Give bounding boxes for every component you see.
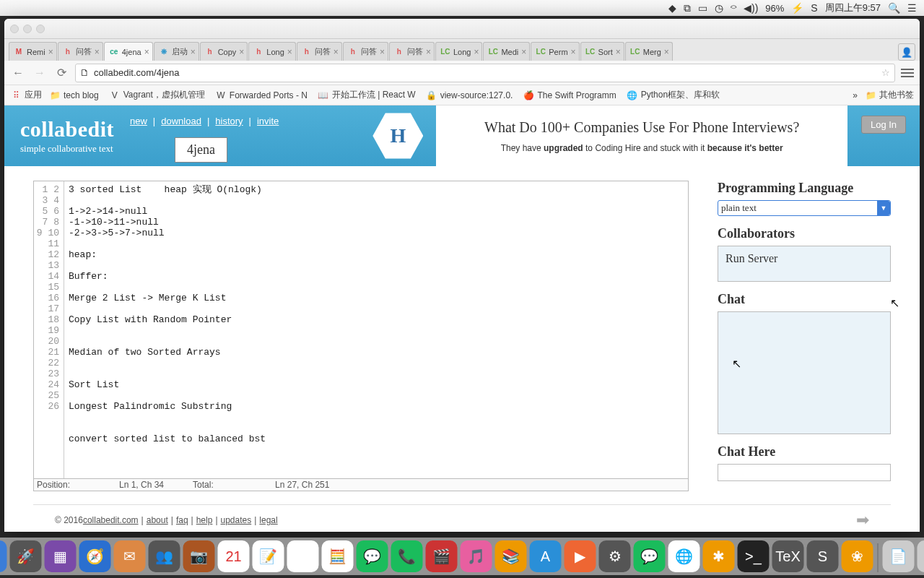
browser-tab[interactable]: hCopy× — [200, 42, 248, 61]
dock-app[interactable]: 💬 — [634, 540, 666, 572]
dock-app[interactable]: >_ — [738, 540, 770, 572]
dock-app[interactable]: 🚀 — [10, 540, 42, 572]
browser-tab[interactable]: h问答× — [58, 42, 103, 61]
other-bookmarks[interactable]: 📁其他书签 — [865, 89, 914, 101]
tab-close-icon[interactable]: × — [48, 47, 53, 57]
tab-close-icon[interactable]: × — [95, 47, 100, 57]
maximize-icon[interactable] — [36, 25, 45, 33]
bookmark-item[interactable]: 📖开始工作流 | React W — [318, 89, 416, 101]
tab-close-icon[interactable]: × — [664, 47, 669, 57]
chat-input-heading: Chat Here — [718, 444, 891, 460]
browser-tab[interactable]: ce4jena× — [104, 42, 153, 61]
browser-tab[interactable]: LCMedi× — [483, 42, 530, 61]
ad-banner[interactable]: What Do 100+ Companies Use For Phone Int… — [436, 105, 847, 166]
browser-tab[interactable]: h问答× — [343, 42, 388, 61]
dock-app[interactable]: ▦ — [45, 540, 77, 572]
traffic-lights[interactable] — [10, 25, 45, 33]
dock-app[interactable]: 🗑 — [918, 540, 925, 572]
menu-icon[interactable]: ☰ — [907, 2, 917, 14]
profile-avatar[interactable]: 👤 — [898, 43, 915, 61]
tab-close-icon[interactable]: × — [191, 47, 196, 57]
spotlight-icon[interactable]: 🔍 — [888, 2, 900, 14]
bookmark-item[interactable]: 🍎The Swift Programm — [523, 89, 616, 101]
bookmark-star-icon[interactable]: ☆ — [881, 67, 890, 78]
browser-tab[interactable]: LCPerm× — [531, 42, 579, 61]
sidebar: Programming Language plain text Collabor… — [718, 181, 891, 491]
tab-close-icon[interactable]: × — [239, 47, 244, 57]
tab-close-icon[interactable]: × — [334, 47, 339, 57]
footer-link-help[interactable]: help — [196, 515, 213, 525]
dock-app[interactable]: 🎵 — [461, 540, 492, 572]
minimize-icon[interactable] — [23, 25, 32, 33]
tab-close-icon[interactable]: × — [426, 47, 431, 57]
browser-tab[interactable]: LCMerg× — [625, 42, 673, 61]
dock-app[interactable]: 📷 — [183, 540, 215, 572]
nav-invite[interactable]: invite — [257, 116, 279, 126]
dock-app[interactable]: TeX — [772, 540, 804, 572]
dock-app[interactable]: 🗒 — [287, 540, 319, 572]
omnibox[interactable]: 🗋 collabedit.com/4jena ☆ — [75, 64, 895, 82]
nav-download[interactable]: download — [161, 116, 201, 126]
dock-app[interactable]: 📝 — [253, 540, 284, 572]
tab-close-icon[interactable]: × — [616, 47, 621, 57]
dock-app[interactable]: ▶ — [565, 540, 596, 572]
dock-app[interactable]: ❀ — [842, 540, 873, 572]
nav-new[interactable]: new — [130, 116, 147, 126]
dock-app[interactable]: 📚 — [495, 540, 527, 572]
dock-app[interactable]: 👥 — [149, 540, 180, 572]
apps-button[interactable]: ⠿应用 — [10, 89, 42, 101]
dock-app[interactable]: ☺ — [0, 540, 7, 572]
language-select[interactable]: plain text — [718, 200, 891, 216]
dock-app[interactable]: 🌐 — [668, 540, 700, 572]
browser-tab[interactable]: ❋启动× — [154, 42, 199, 61]
footer-link-about[interactable]: about — [147, 515, 168, 525]
browser-tab[interactable]: LCSort× — [580, 42, 624, 61]
dock-app[interactable]: ⚙ — [599, 540, 631, 572]
dock-app[interactable]: ✉ — [114, 540, 146, 572]
dock-app[interactable]: 🧭 — [79, 540, 111, 572]
tab-title: Merg — [643, 48, 661, 56]
tab-close-icon[interactable]: × — [571, 47, 576, 57]
tab-close-icon[interactable]: × — [521, 47, 526, 57]
tab-close-icon[interactable]: × — [144, 47, 149, 57]
browser-tab[interactable]: hLong× — [248, 42, 296, 61]
dock-app[interactable]: A — [530, 540, 562, 572]
dock-app[interactable]: 📞 — [391, 540, 423, 572]
browser-tab[interactable]: MRemi× — [9, 42, 57, 61]
browser-tab[interactable]: h问答× — [389, 42, 435, 61]
line-gutter: 1 2 3 4 5 6 7 8 9 10 11 12 13 14 15 16 1… — [34, 181, 64, 478]
browser-tab[interactable]: h问答× — [297, 42, 342, 61]
dock-app[interactable]: 🎬 — [426, 540, 458, 572]
dock-app[interactable]: 💬 — [357, 540, 388, 572]
dock-app[interactable]: S — [807, 540, 839, 572]
bookmark-item[interactable]: VVagrant，虚拟机管理 — [109, 89, 205, 101]
dock-app[interactable]: 21 — [218, 540, 250, 572]
dock-app[interactable]: 📄 — [883, 540, 915, 572]
chat-input[interactable] — [718, 464, 891, 481]
chrome-menu-icon[interactable] — [901, 69, 914, 77]
bookmark-item[interactable]: 🔒view-source:127.0. — [426, 89, 513, 101]
back-button[interactable]: ← — [10, 66, 26, 79]
dock-app[interactable]: ✱ — [703, 540, 735, 572]
code-area[interactable]: 3 sorted List heap 实现 O(nlogk) 1->2->14-… — [64, 181, 688, 478]
nav-history[interactable]: history — [215, 116, 243, 126]
close-icon[interactable] — [10, 25, 19, 33]
tab-close-icon[interactable]: × — [380, 47, 385, 57]
dock-app[interactable]: 🧮 — [322, 540, 354, 572]
tab-close-icon[interactable]: × — [287, 47, 292, 57]
code-editor[interactable]: 1 2 3 4 5 6 7 8 9 10 11 12 13 14 15 16 1… — [33, 181, 689, 491]
tab-close-icon[interactable]: × — [474, 47, 479, 57]
footer-link-legal[interactable]: legal — [259, 515, 277, 525]
reload-button[interactable]: ⟳ — [53, 66, 69, 79]
login-button[interactable]: Log In — [861, 116, 906, 134]
bookmark-overflow[interactable]: » — [853, 90, 858, 100]
footer-link-faq[interactable]: faq — [176, 515, 188, 525]
browser-tab[interactable]: LCLong× — [435, 42, 483, 61]
bookmark-item[interactable]: WForwarded Ports - N — [215, 89, 308, 101]
bookmark-item[interactable]: 📁tech blog — [49, 89, 99, 101]
footer-link-updates[interactable]: updates — [221, 515, 252, 525]
tab-title: 4jena — [122, 48, 141, 56]
footer-site[interactable]: collabedit.com — [83, 515, 139, 525]
next-arrow-icon[interactable]: ➡ — [856, 511, 869, 530]
bookmark-item[interactable]: 🌐Python框架、库和软 — [627, 89, 720, 101]
